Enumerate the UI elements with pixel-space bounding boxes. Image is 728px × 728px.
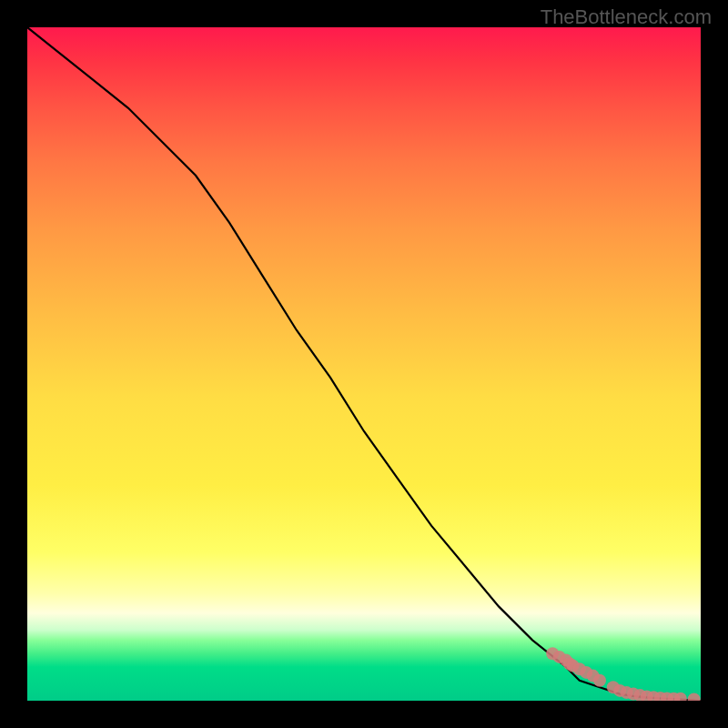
curve-line [27,27,701,701]
marker-points [546,647,700,701]
svg-point-20 [688,693,701,701]
svg-point-8 [593,674,606,687]
chart-plot [27,27,701,701]
watermark-text: TheBottleneck.com [541,5,712,29]
